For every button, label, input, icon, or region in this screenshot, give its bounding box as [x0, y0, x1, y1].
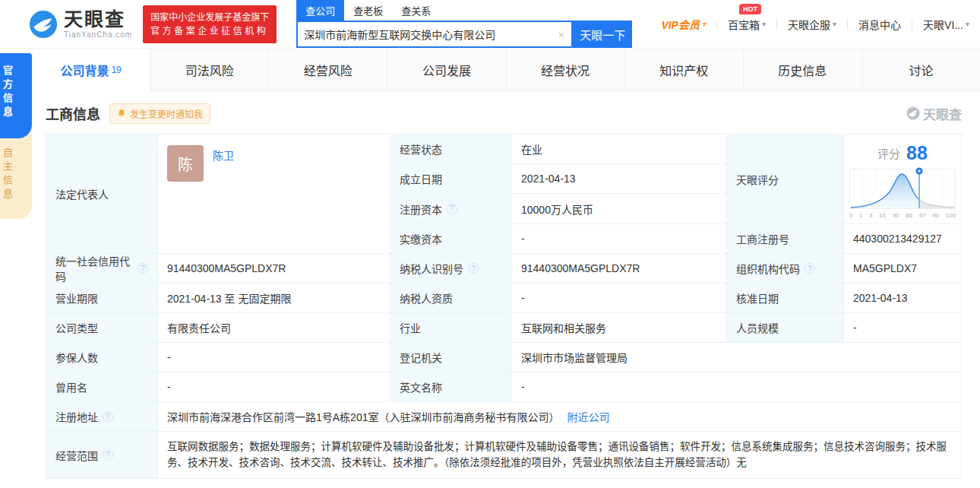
- field-value-taxpayer-id: 91440300MA5GPLDX7R: [512, 254, 727, 284]
- tab-discussion[interactable]: 讨论: [861, 49, 980, 90]
- field-value-reg-capital: 10000万人民币: [512, 194, 727, 224]
- field-value-insured-count: -: [158, 343, 390, 372]
- nav-divider: [716, 19, 717, 30]
- nav-enterprise-service[interactable]: 天眼企服 ▾: [788, 17, 836, 32]
- nav-vip-member[interactable]: VIP会员 ▾: [661, 17, 706, 32]
- nav-toolbox[interactable]: HOT 百宝箱 ▾: [728, 17, 766, 32]
- score-word: 评分: [877, 145, 900, 161]
- label-text: 英文名称: [400, 379, 442, 395]
- notify-label: 发生变更时通知我: [130, 107, 203, 120]
- label-text: 天眼评分: [736, 172, 779, 187]
- tab-label: 讨论: [909, 61, 933, 79]
- field-label-english-name: 英文名称: [390, 372, 512, 402]
- nav-enterprise-service-label: 天眼企服: [788, 17, 830, 32]
- field-label-reg-number: 工商注册号: [727, 224, 844, 254]
- top-navigation: VIP会员 ▾ HOT 百宝箱 ▾ 天眼企服 ▾ 消息中心 天眼VI... ▾: [661, 17, 969, 32]
- certification-line1: 国家中小企业发展子基金旗下: [150, 11, 269, 24]
- search-row: × 天眼一下: [296, 21, 632, 48]
- score-tick: 1: [859, 212, 862, 219]
- sidebar-tab-self-info[interactable]: 自主信息: [0, 128, 32, 219]
- help-icon[interactable]: ?: [138, 263, 148, 274]
- tab-history-info[interactable]: 历史信息: [743, 49, 861, 90]
- field-value-reg-number: 440300213429127: [844, 224, 961, 254]
- notify-badge[interactable]: 发生变更时通知我: [109, 103, 210, 124]
- field-value-paid-capital: -: [512, 224, 727, 254]
- watermark-logo: 天眼查: [906, 104, 962, 123]
- legal-rep-link[interactable]: 陈卫: [213, 147, 234, 163]
- tab-label: 公司背景: [60, 61, 109, 79]
- search-tab-company[interactable]: 查公司: [296, 0, 344, 21]
- field-label-status: 经营状态: [390, 135, 512, 164]
- help-icon[interactable]: ?: [468, 263, 479, 274]
- label-text: 纳税人资质: [400, 290, 453, 306]
- field-label-org-code: 组织机构代码?: [727, 254, 844, 284]
- field-label-industry: 行业: [390, 313, 512, 343]
- nav-message-center-label: 消息中心: [858, 17, 901, 32]
- field-label-taxpayer-id: 纳税人识别号?: [390, 254, 512, 284]
- label-text: 行业: [400, 320, 421, 335]
- content: 公司背景 19 司法风险 经营风险 公司发展 经营状况 知识产权 历史信息 讨论…: [32, 49, 980, 479]
- label-text: 工商注册号: [736, 231, 789, 246]
- caret-down-icon: ▾: [762, 20, 766, 28]
- field-value-address: 深圳市前海深港合作区前湾一路1号A栋201室（入驻深圳市前海商务秘书有限公司） …: [158, 402, 961, 432]
- caret-down-icon: ▾: [966, 20, 969, 28]
- field-label-address: 注册地址?: [46, 402, 158, 432]
- score-cell[interactable]: 评分 88: [844, 135, 961, 224]
- field-value-industry: 互联网和相关服务: [512, 313, 727, 343]
- tab-label: 司法风险: [185, 61, 234, 79]
- clear-icon[interactable]: ×: [551, 28, 571, 41]
- certification-line2: 官方备案企业征信机构: [150, 24, 269, 38]
- label-text: 经营范围: [55, 448, 98, 463]
- section-title: 工商信息: [46, 103, 100, 123]
- tab-company-development[interactable]: 公司发展: [387, 49, 505, 90]
- main: 官方信息 自主信息 公司背景 19 司法风险 经营风险 公司发展 经营状况 知识…: [0, 49, 980, 479]
- logo-subtitle: TianYanCha.com: [64, 30, 132, 39]
- avatar[interactable]: 陈: [167, 145, 204, 182]
- field-label-paid-capital: 实缴资本: [390, 224, 512, 254]
- tab-label: 知识产权: [659, 61, 708, 79]
- label-text: 经营状态: [400, 141, 442, 157]
- field-value-approval-date: 2021-04-13: [844, 284, 961, 313]
- field-value-taxpayer-quality: -: [512, 284, 727, 313]
- field-value-english-name: -: [512, 372, 961, 402]
- field-label-staff-size: 人员规模: [727, 313, 844, 343]
- company-tabstrip: 公司背景 19 司法风险 经营风险 公司发展 经营状况 知识产权 历史信息 讨论: [32, 49, 980, 91]
- nearby-companies-link[interactable]: 附近公司: [567, 409, 609, 424]
- logo-text: 天眼查 TianYanCha.com: [64, 10, 132, 39]
- tab-count-badge: 19: [111, 65, 121, 75]
- tab-operating-risk[interactable]: 经营风险: [268, 49, 387, 90]
- field-label-insured-count: 参保人数: [46, 343, 158, 372]
- field-label-company-type: 公司类型: [46, 313, 158, 343]
- score-tick: 100: [946, 212, 956, 219]
- search-button[interactable]: 天眼一下: [573, 21, 632, 48]
- field-value-business-term: 2021-04-13 至 无固定期限: [158, 284, 390, 313]
- help-icon[interactable]: ?: [447, 204, 457, 214]
- field-value-company-type: 有限责任公司: [158, 313, 390, 343]
- tab-intellectual-property[interactable]: 知识产权: [624, 49, 743, 90]
- score-tick: 97: [919, 212, 926, 219]
- nav-tianyan-vip[interactable]: 天眼VI... ▾: [923, 17, 969, 32]
- help-icon[interactable]: ?: [103, 411, 113, 422]
- search-input[interactable]: [298, 28, 551, 40]
- watermark-text: 天眼查: [923, 104, 962, 123]
- field-label-business-term: 营业期限: [46, 284, 158, 313]
- nav-message-center[interactable]: 消息中心: [858, 17, 901, 32]
- side-tabs: 官方信息 自主信息: [0, 49, 32, 479]
- sidebar-tab-official-info[interactable]: 官方信息: [0, 53, 32, 138]
- field-label-business-scope: 经营范围?: [46, 432, 158, 478]
- search-tab-boss[interactable]: 查老板: [344, 0, 392, 21]
- tab-judicial-risk[interactable]: 司法风险: [150, 49, 268, 90]
- search-tab-relation[interactable]: 查关系: [392, 0, 440, 21]
- tab-company-background[interactable]: 公司背景 19: [32, 49, 150, 91]
- legal-rep-cell: 陈 陈卫: [158, 135, 390, 254]
- nav-vip-label: VIP会员: [661, 17, 700, 32]
- tianyancha-logo[interactable]: 天眼查 TianYanCha.com: [29, 10, 132, 39]
- score-number: 88: [906, 142, 928, 164]
- label-text: 成立日期: [400, 171, 442, 186]
- nav-toolbox-label: 百宝箱: [728, 17, 760, 32]
- help-icon[interactable]: ?: [103, 450, 113, 461]
- field-value-business-scope: 互联网数据服务；数据处理服务；计算机软硬件及辅助设备批发；计算机软硬件及辅助设备…: [158, 432, 961, 478]
- help-icon[interactable]: ?: [805, 263, 815, 274]
- field-label-establish-date: 成立日期: [390, 164, 512, 194]
- tab-operating-status[interactable]: 经营状况: [506, 49, 624, 90]
